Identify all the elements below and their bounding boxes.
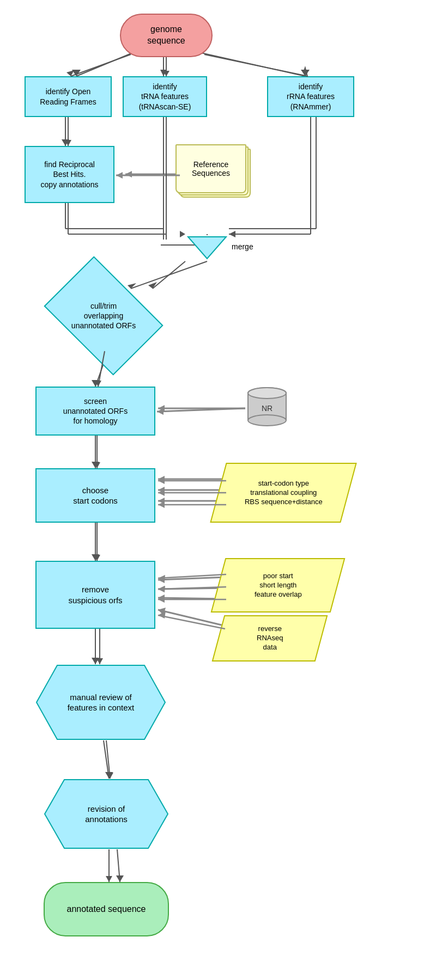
- svg-marker-35: [158, 586, 165, 592]
- identify-orf-shape: identify OpenReading Frames: [25, 76, 112, 117]
- svg-marker-9: [125, 171, 132, 177]
- svg-line-0: [76, 52, 135, 76]
- reverse-rnaseq-shape: reverseRNAseqdata: [212, 615, 328, 661]
- remove-suspicious-shape: removesuspicious orfs: [35, 561, 155, 629]
- choose-start-label: choosestart codons: [73, 485, 118, 506]
- svg-marker-91: [158, 575, 165, 581]
- manual-review-shape: manual review offeatures in context: [35, 664, 166, 740]
- svg-point-51: [248, 415, 286, 426]
- svg-marker-29: [158, 498, 165, 504]
- svg-marker-63: [65, 140, 71, 146]
- svg-marker-33: [158, 577, 165, 583]
- svg-marker-69: [229, 231, 235, 237]
- svg-marker-5: [301, 70, 310, 76]
- svg-marker-7: [62, 139, 69, 146]
- svg-line-16: [153, 261, 185, 289]
- svg-line-34: [158, 588, 226, 589]
- merge-triangle: [185, 234, 229, 264]
- svg-marker-85: [158, 489, 165, 496]
- svg-marker-1: [72, 70, 81, 76]
- find-rbh-label: find ReciprocalBest Hits.copy annotation…: [41, 160, 99, 189]
- revision-shape: revision ofannotations: [44, 779, 169, 849]
- svg-line-78: [157, 408, 245, 412]
- svg-marker-61: [303, 66, 308, 76]
- svg-line-90: [158, 574, 226, 578]
- svg-marker-103: [106, 876, 112, 882]
- identify-trna-label: identifytRNA features(tRNAscan-SE): [139, 82, 191, 112]
- svg-marker-23: [92, 462, 99, 468]
- svg-line-92: [158, 587, 226, 589]
- start-codon-info-label: start-codon typetranslational couplingRB…: [245, 479, 323, 507]
- identify-orf-label: identify OpenReading Frames: [40, 87, 96, 106]
- svg-marker-31: [92, 554, 99, 561]
- svg-line-58: [71, 54, 131, 76]
- svg-line-44: [117, 849, 120, 882]
- svg-marker-79: [157, 408, 164, 415]
- cull-trim-shape: cull/trimoverlappingunannotated ORFs: [55, 280, 153, 351]
- svg-marker-41: [92, 658, 99, 664]
- svg-marker-59: [66, 70, 74, 76]
- svg-marker-95: [158, 596, 165, 603]
- screen-orf-label: screenunannotated ORFsfor homology: [63, 396, 128, 426]
- svg-marker-89: [94, 555, 100, 561]
- svg-marker-19: [92, 380, 99, 387]
- screen-orf-shape: screenunannotated ORFsfor homology: [35, 387, 155, 436]
- nr-cylinder-svg: NR: [245, 387, 289, 430]
- genome-sequence-shape: genomesequence: [120, 14, 213, 57]
- svg-line-100: [106, 740, 110, 779]
- svg-point-52: [248, 388, 286, 399]
- svg-marker-72: [180, 231, 185, 237]
- svg-marker-99: [96, 658, 103, 664]
- svg-marker-81: [94, 462, 100, 468]
- annotated-sequence-shape: annotated sequence: [44, 882, 169, 936]
- svg-line-96: [158, 615, 225, 629]
- reference-sequences-shape: ReferenceSequences: [174, 144, 251, 204]
- svg-marker-21: [158, 405, 165, 412]
- svg-marker-27: [158, 487, 165, 493]
- merge-triangle-svg: [185, 234, 229, 261]
- reverse-rnaseq-label: reverseRNAseqdata: [257, 624, 283, 652]
- svg-marker-45: [116, 875, 124, 882]
- start-codon-info-shape: start-codon typetranslational couplingRB…: [210, 463, 356, 523]
- svg-marker-101: [107, 773, 113, 779]
- choose-start-shape: choosestart codons: [35, 468, 155, 523]
- svg-line-42: [104, 740, 109, 779]
- poor-start-label: poor startshort lengthfeature overlap: [255, 572, 302, 599]
- svg-marker-39: [158, 608, 166, 615]
- svg-marker-46: [188, 237, 226, 259]
- svg-marker-83: [158, 477, 165, 484]
- annotated-sequence-label: annotated sequence: [66, 904, 146, 915]
- poor-start-shape: poor startshort lengthfeature overlap: [211, 558, 346, 612]
- svg-marker-77: [95, 381, 101, 387]
- nr-cylinder: NR: [245, 387, 289, 430]
- svg-line-60: [204, 54, 308, 76]
- identify-trna-shape: identifytRNA features(tRNAscan-SE): [123, 76, 207, 117]
- merge-label: merge: [232, 242, 253, 251]
- flowchart: genomesequence identify OpenReading Fram…: [0, 0, 436, 980]
- svg-marker-37: [158, 595, 165, 601]
- identify-rrna-shape: identifyrRNA features(RNAmmer): [267, 76, 354, 117]
- svg-marker-65: [116, 172, 123, 179]
- svg-marker-3: [160, 70, 167, 76]
- cull-trim-label: cull/trimoverlappingunannotated ORFs: [71, 301, 136, 331]
- revision-label: revision ofannotations: [85, 804, 128, 825]
- find-rbh-shape: find ReciprocalBest Hits.copy annotation…: [25, 146, 114, 203]
- svg-line-4: [196, 52, 305, 76]
- svg-marker-97: [158, 611, 166, 618]
- svg-marker-43: [105, 772, 113, 779]
- svg-marker-87: [158, 501, 165, 508]
- svg-marker-93: [158, 586, 165, 592]
- svg-marker-25: [158, 476, 165, 482]
- svg-text:NR: NR: [262, 404, 272, 413]
- remove-suspicious-label: removesuspicious orfs: [68, 584, 122, 605]
- svg-marker-57: [163, 71, 169, 76]
- reference-sequences-label: ReferenceSequences: [192, 160, 230, 177]
- manual-review-label: manual review offeatures in context: [68, 692, 135, 713]
- svg-line-32: [158, 577, 226, 580]
- identify-rrna-label: identifyrRNA features(RNAmmer): [287, 82, 335, 112]
- genome-sequence-label: genomesequence: [147, 24, 185, 47]
